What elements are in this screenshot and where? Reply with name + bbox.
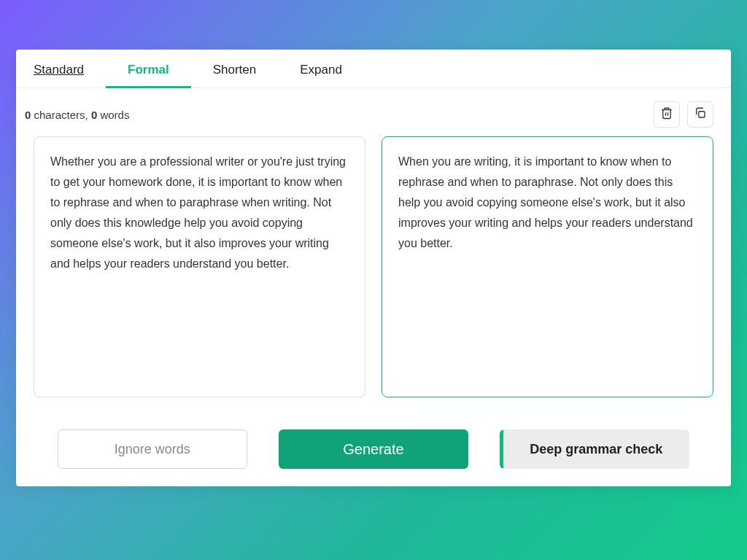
input-textarea[interactable]: Whether you are a professional writer or… [34, 136, 365, 397]
copy-icon [694, 106, 707, 122]
trash-icon [660, 106, 673, 122]
action-row: Ignore words Generate Deep grammar check [16, 408, 731, 472]
word-count: 0 [91, 109, 97, 121]
word-label: words [97, 109, 129, 121]
deep-grammar-check-button[interactable]: Deep grammar check [500, 429, 689, 469]
char-label: characters, [31, 109, 91, 121]
paraphrase-tool-card: Standard Formal Shorten Expand 0 charact… [16, 50, 731, 486]
output-actions [654, 101, 713, 128]
delete-button[interactable] [654, 101, 680, 128]
tab-formal[interactable]: Formal [128, 63, 169, 88]
text-panes: Whether you are a professional writer or… [16, 135, 731, 408]
svg-rect-0 [699, 112, 705, 117]
mode-tabs: Standard Formal Shorten Expand [16, 50, 731, 88]
meta-row: 0 characters, 0 words [16, 88, 731, 135]
tab-standard[interactable]: Standard [34, 63, 84, 88]
tab-expand[interactable]: Expand [300, 63, 342, 88]
tab-shorten[interactable]: Shorten [213, 63, 257, 88]
character-word-counter: 0 characters, 0 words [25, 109, 129, 121]
generate-button[interactable]: Generate [279, 429, 468, 469]
ignore-words-button[interactable]: Ignore words [58, 429, 247, 469]
copy-button[interactable] [687, 101, 713, 128]
output-pane[interactable]: When you are writing, it is important to… [382, 136, 713, 397]
